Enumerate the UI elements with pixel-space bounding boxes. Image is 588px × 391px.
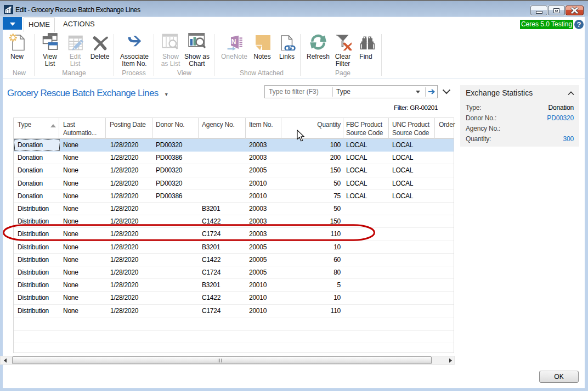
svg-text:N: N	[231, 38, 236, 46]
